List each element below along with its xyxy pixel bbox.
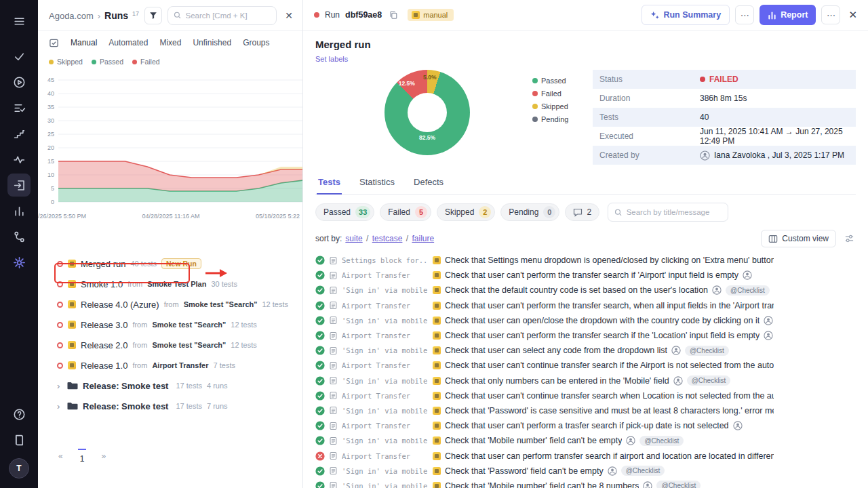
donut-segment-label-passed: 82.5% (419, 134, 435, 141)
x-axis-label: 05/18/2025 5:22 (256, 213, 300, 221)
pagination-page-1[interactable]: 1 (78, 449, 87, 464)
runs-filter-tab-automated[interactable]: Automated (108, 38, 148, 47)
status-passed-icon (315, 421, 325, 430)
help-icon[interactable] (7, 403, 31, 426)
user-avatar[interactable]: T (9, 458, 29, 479)
test-title: Check that only numbers can be entered i… (445, 376, 669, 386)
flow-icon[interactable] (7, 225, 31, 248)
test-row[interactable]: Airport TransferCheck that user can't pe… (315, 298, 774, 313)
sort-by-suite[interactable]: suite (345, 234, 362, 243)
gear-icon[interactable] (7, 251, 31, 274)
play-circle-icon[interactable] (7, 70, 31, 94)
run-group-item[interactable]: ›Release: Smoke test17 tests7 runs (38, 396, 302, 416)
test-runs-icon[interactable] (7, 174, 31, 197)
filter-chip-passed[interactable]: Passed33 (315, 203, 374, 221)
automation-emoji-icon (68, 280, 76, 288)
report-button[interactable]: Report (760, 5, 816, 25)
sort-by-failure[interactable]: failure (412, 234, 434, 243)
test-row[interactable]: 'Sign in' via mobileCheck that 'Password… (315, 403, 774, 418)
sort-by-testcase[interactable]: testcase (372, 234, 403, 243)
run-list-item[interactable]: Release 2.0fromSmoke test "Search"12 tes… (38, 335, 302, 355)
activity-icon[interactable] (7, 148, 31, 171)
area-chart-svg: 051015202530354045 (38, 73, 303, 213)
docs-icon[interactable] (7, 428, 31, 451)
testcase-icon (329, 451, 338, 460)
pagination-prev[interactable]: « (58, 451, 63, 461)
run-plan-name: Smoke test "Search" (184, 300, 258, 308)
run-list-item[interactable]: Release 1.0fromAirport Transfer7 tests (38, 355, 302, 375)
tab-defects[interactable]: Defects (412, 174, 445, 194)
run-group-item[interactable]: ›Release: Smoke test17 tests4 runs (38, 375, 302, 396)
legend-item-failed: Failed (132, 58, 160, 66)
test-row[interactable]: 'Sign in' via mobileCheck that only numb… (315, 373, 774, 388)
info-value: Iana Zavoloka , Jul 3, 2025 1:17 PM (700, 150, 844, 161)
filter-chip-pending[interactable]: Pending0 (500, 203, 559, 221)
run-list-item[interactable]: Release 4.0 (Azure)fromSmoke test "Searc… (38, 294, 302, 314)
test-title: Check that user can't continue transfer … (445, 361, 774, 370)
from-label: from (164, 300, 179, 308)
test-row[interactable]: Airport TransferCheck that user can perf… (315, 448, 774, 463)
comments-filter-chip[interactable]: 2 (565, 203, 599, 221)
tests-search-input[interactable] (627, 208, 722, 216)
run-plan-name: Smoke test "Search" (152, 321, 226, 329)
steps-icon[interactable] (7, 122, 31, 145)
chart-legend: SkippedPassedFailed (38, 54, 302, 69)
test-row[interactable]: 'Sign in' via mobileCheck that the defau… (315, 283, 774, 298)
runs-filter-tab-manual[interactable]: Manual (71, 38, 97, 47)
chevron-right-icon[interactable]: › (57, 381, 62, 391)
new-run-badge: New Run (161, 258, 201, 269)
runs-search-input[interactable] (186, 12, 271, 20)
panel-close-button[interactable]: ✕ (282, 9, 296, 22)
custom-view-button[interactable]: Custom view (761, 230, 836, 247)
menu-icon[interactable] (7, 9, 31, 33)
test-row[interactable]: Airport TransferCheck that user can't co… (315, 388, 774, 403)
tests-search[interactable] (608, 203, 728, 222)
run-list-item[interactable]: Smoke 1.0fromSmoke Test Plan30 tests (38, 274, 302, 294)
filter-chip-skipped[interactable]: Skipped2 (437, 203, 495, 221)
tab-statistics[interactable]: Statistics (358, 174, 396, 194)
manual-type-badge: manual (408, 9, 454, 21)
run-list-item[interactable]: Release 3.0fromSmoke test "Search"12 tes… (38, 314, 302, 335)
status-passed-icon (315, 481, 325, 488)
sort-by-label: sort by: (315, 234, 342, 243)
info-value: 386h 8m 15s (700, 94, 747, 103)
breadcrumb-separator: › (98, 11, 100, 21)
automation-emoji-icon (68, 260, 76, 268)
test-row[interactable]: 'Sign in' via mobileCheck that user can … (315, 313, 774, 328)
more-actions-button[interactable]: ⋯ (735, 5, 754, 24)
run-summary-button[interactable]: Run Summary (642, 5, 730, 25)
test-row[interactable]: Airport TransferCheck that user can't pe… (315, 268, 774, 283)
breadcrumb-project[interactable]: Agoda.com (49, 11, 94, 21)
filter-button[interactable] (144, 7, 162, 24)
test-row[interactable]: Airport TransferCheck that user can't pe… (315, 328, 774, 343)
copy-button[interactable] (387, 9, 399, 21)
test-row[interactable]: Settings block for...Check that Settings… (315, 253, 774, 268)
runs-filter-tab-unfinished[interactable]: Unfinished (193, 38, 231, 47)
filter-chip-failed[interactable]: Failed5 (380, 203, 431, 221)
display-settings-icon[interactable] (844, 234, 854, 243)
test-row[interactable]: 'Sign in' via mobileCheck that 'Mobile n… (315, 433, 774, 448)
views-icon[interactable] (49, 38, 59, 48)
set-labels-link[interactable]: Set labels (315, 55, 348, 63)
test-row[interactable]: Airport TransferCheck that user can't co… (315, 358, 774, 373)
chevron-right-icon[interactable]: › (57, 401, 62, 411)
more-actions-button-2[interactable]: ⋯ (821, 5, 840, 24)
test-row[interactable]: 'Sign in' via mobileCheck that user can … (315, 343, 774, 358)
close-run-button[interactable]: ✕ (848, 9, 857, 21)
check-icon[interactable] (7, 45, 31, 68)
breadcrumb: Agoda.com › Runs 17 (49, 10, 139, 21)
group-tests-count: 17 tests (176, 382, 202, 390)
runs-search[interactable] (167, 6, 277, 25)
test-row[interactable]: Airport TransferCheck that user can't pe… (315, 418, 774, 433)
run-list-item[interactable]: Merged run40 testsNew Run (38, 253, 302, 274)
test-title: Check that 'Password' is case sensitive … (445, 406, 774, 415)
tab-tests[interactable]: Tests (317, 174, 342, 195)
bar-chart-icon[interactable] (7, 199, 31, 222)
list-check-icon[interactable] (7, 96, 31, 119)
run-failed-status-icon (57, 322, 63, 328)
pagination-next[interactable]: » (101, 451, 106, 461)
test-row[interactable]: 'Sign in' via mobileCheck that 'Password… (315, 464, 774, 479)
runs-filter-tab-mixed[interactable]: Mixed (159, 38, 181, 47)
runs-filter-tab-groups[interactable]: Groups (243, 38, 269, 47)
test-row[interactable]: 'Sign in' via mobileCheck that 'Mobile n… (315, 479, 774, 488)
